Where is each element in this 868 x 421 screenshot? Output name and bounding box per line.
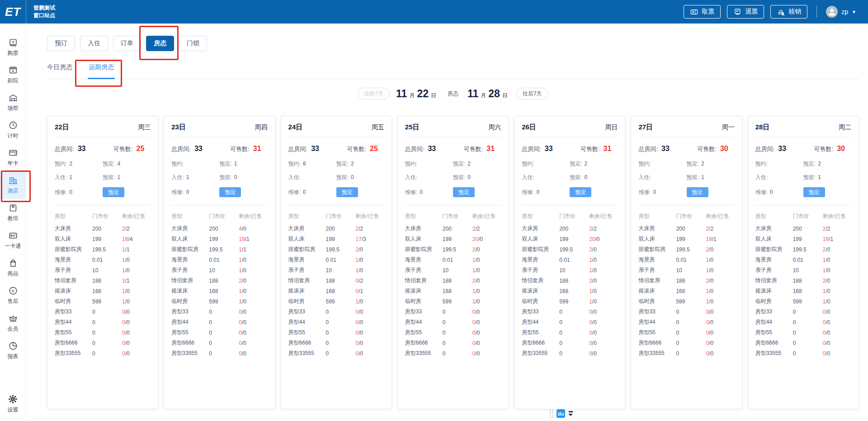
stat-booked-value: 2	[351, 161, 354, 167]
room-row: 海景房0.011/0	[755, 255, 851, 265]
room-name: 房型44	[638, 318, 676, 326]
sold-count: /0	[826, 350, 830, 357]
stat-held-value: 1	[117, 174, 120, 180]
room-table-header: 房型门市价剩余/已售	[405, 212, 501, 221]
subtab-today-status[interactable]: 今日房态	[47, 62, 72, 79]
total-rooms-value: 33	[428, 145, 436, 152]
sold-count: /0	[359, 350, 363, 357]
sidebar-item-label: 年卡	[8, 160, 19, 167]
stat-book-cell: 预定	[336, 187, 384, 197]
take-ticket-button[interactable]: 取票	[684, 5, 721, 19]
stat-checked-in-label: 入住:	[288, 174, 301, 180]
tab-checkin[interactable]: 入住	[80, 36, 108, 51]
stat-reserved: 预约:2	[55, 160, 103, 168]
book-button[interactable]: 预定	[103, 187, 124, 197]
room-row: 摇滚床1681/0	[55, 286, 151, 296]
room-name: 房型33	[405, 308, 443, 316]
card-date: 22日	[55, 123, 69, 132]
sold-count: /0	[592, 350, 597, 357]
room-row: 房型3355500/0	[288, 348, 384, 359]
main-content: 预订入住订单房态门锁 今日房态远期房态 往前7天 11 月 22 日 房态 11…	[26, 24, 868, 421]
room-availability: 0/0	[356, 319, 384, 326]
room-price: 599	[793, 298, 823, 305]
sold-count: /0	[826, 330, 830, 336]
sidebar-item-goods[interactable]: 商品	[0, 254, 26, 282]
sidebar-item-label: 报表	[8, 353, 19, 360]
room-price: 0	[326, 330, 356, 336]
room-name: 大床房	[55, 225, 92, 232]
verify-button[interactable]: 核销	[770, 5, 807, 19]
room-row: 亲子房101/0	[405, 265, 501, 275]
stat-maintenance-value: 0	[186, 189, 189, 195]
book-button[interactable]: 预定	[336, 187, 358, 197]
remaining-count: 1	[589, 267, 592, 274]
book-button[interactable]: 预定	[219, 187, 241, 197]
sidebar-item-member[interactable]: 会员	[0, 309, 26, 337]
book-button[interactable]: 预定	[687, 187, 708, 197]
sold-count: /2	[125, 226, 130, 232]
sidebar-item-venue[interactable]: 场馆	[0, 89, 26, 116]
remaining-count: 17	[356, 236, 362, 242]
room-price: 0	[443, 340, 472, 346]
sidebar-item-education[interactable]: 教培	[0, 199, 26, 227]
ime-language-badge[interactable]: du	[557, 409, 565, 418]
sidebar-item-timing[interactable]: 计时	[0, 116, 26, 144]
remaining-count: 0	[472, 330, 476, 336]
room-availability: 1/0	[356, 298, 384, 305]
day-card: 23日周四总房间:33可售数:31预约:预定:1入住:1预留:0维修:0预定房型…	[164, 116, 275, 409]
app-logo[interactable]: ET	[0, 0, 26, 24]
room-price: 0	[209, 330, 239, 336]
room-name: 亲子房	[522, 266, 559, 274]
stat-held: 预留:0	[453, 174, 501, 181]
ime-drag-handle-icon[interactable]	[550, 410, 553, 418]
book-button[interactable]: 预定	[570, 187, 591, 197]
tab-room-status[interactable]: 房态	[146, 36, 174, 51]
room-name: 房型33555	[755, 350, 793, 357]
remaining-count: 1	[122, 288, 125, 294]
user-menu[interactable]: zp ▼	[826, 6, 856, 18]
refund-ticket-button[interactable]: 退票	[727, 5, 764, 19]
ime-menu-icon[interactable]	[568, 411, 573, 416]
sold-count: /0	[826, 340, 830, 346]
sidebar-item-settings[interactable]: 设置	[0, 391, 26, 416]
sold-count: /0	[476, 257, 480, 263]
tab-door-lock[interactable]: 门锁	[179, 36, 207, 51]
room-name: 亲子房	[171, 266, 209, 274]
room-table: 房型门市价剩余/已售大床房2002/2双人床19917/3甜蜜影院房199.52…	[288, 205, 384, 359]
tab-booking[interactable]: 预订	[47, 36, 75, 51]
sidebar-item-annual-card[interactable]: 年卡	[0, 144, 26, 171]
next-7-days-button[interactable]: 往后7天	[516, 88, 548, 99]
room-name: 甜蜜影院房	[522, 246, 559, 253]
room-price: 200	[209, 226, 239, 232]
sidebar-item-hotel[interactable]: 酒店	[0, 171, 26, 199]
sold-count: /0	[476, 246, 480, 253]
room-name: 亲子房	[405, 266, 443, 274]
sidebar-item-ticket-purchase[interactable]: ¥购票	[0, 33, 26, 61]
tab-orders[interactable]: 订单	[113, 36, 141, 51]
subtab-future-status[interactable]: 远期房态	[89, 62, 114, 79]
day-card: 24日周五总房间:33可售数:25预约:6预定:2入住:预留:0维修:0预定房型…	[281, 116, 392, 409]
sidebar-item-report[interactable]: 报表	[0, 337, 26, 364]
sidebar-item-theater[interactable]: 剧院	[0, 61, 26, 89]
total-rooms-label: 总房间:	[522, 146, 541, 152]
stat-held-label: 预留:	[687, 174, 699, 180]
room-price: 0.01	[793, 257, 823, 263]
stat-held-value: 0	[351, 174, 354, 180]
remaining-count: 1	[122, 278, 125, 284]
sidebar-item-after-sale[interactable]: 售售后	[0, 282, 26, 309]
stat-maintenance: 维修:0	[288, 189, 336, 196]
book-button[interactable]: 预定	[803, 187, 825, 197]
sold-count: /0	[476, 298, 480, 305]
room-price: 10	[559, 267, 589, 274]
room-table-header: 房型门市价剩余/已售	[288, 212, 384, 221]
prev-7-days-button[interactable]: 往前7天	[358, 88, 390, 99]
stat-maintenance: 维修:0	[755, 189, 803, 196]
room-table-header: 房型门市价剩余/已售	[171, 212, 267, 221]
sidebar-item-all-in-one-card[interactable]: 一卡通	[0, 227, 26, 254]
book-button[interactable]: 预定	[453, 187, 475, 197]
stat-book-cell: 预定	[687, 187, 735, 197]
room-availability: 0/0	[823, 330, 851, 336]
total-rooms: 总房间:33	[55, 145, 85, 153]
room-row: 海景房0.011/0	[405, 255, 501, 265]
room-row: 双人床19919/1	[755, 234, 851, 244]
